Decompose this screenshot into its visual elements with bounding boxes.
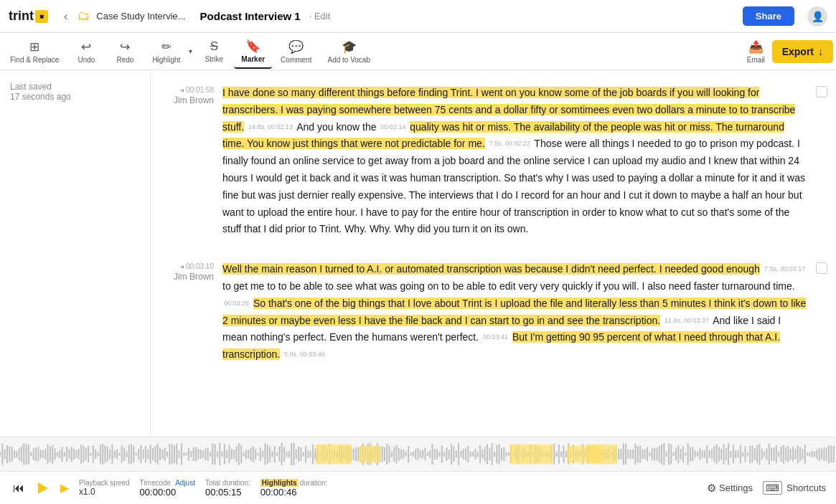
timecode-section: Timecode Adjust 00:00:00 <box>140 479 195 498</box>
highlight-span-2a: Well the main reason I turned to A.I. or… <box>222 263 760 275</box>
folder-icon: 🗂 <box>78 9 90 24</box>
email-button[interactable]: 📤 Email <box>740 35 772 68</box>
export-button[interactable]: Export ↓ <box>772 40 833 63</box>
breadcrumb: Case Study Intervie... <box>96 11 185 22</box>
svg-rect-352 <box>359 446 380 463</box>
play-button[interactable] <box>32 477 53 499</box>
marker-button[interactable]: 🔖 Marker <box>234 34 272 69</box>
duration-value: 00:05:15 <box>205 487 250 498</box>
adjust-button[interactable]: Adjust <box>175 479 195 487</box>
segment-1-checkbox[interactable] <box>816 86 827 98</box>
highlight-group: ✏ Highlight ▾ <box>145 35 194 68</box>
highlights-label-row: Highlights duration: <box>260 479 328 487</box>
speed-section: Playback speed x1.0 <box>79 479 130 497</box>
add-vocab-button[interactable]: 🎓 Add to Vocab <box>320 35 377 68</box>
email-icon: 📤 <box>748 39 764 54</box>
timecode-1: ◂ 00:01:58 <box>165 86 214 94</box>
undo-button[interactable]: ↩ Undo <box>67 35 105 68</box>
strike-button[interactable]: S Strike <box>195 35 233 67</box>
highlight-icon: ✏ <box>161 39 172 54</box>
main: Last saved 17 seconds ago ◂ 00:01:58 Jim… <box>0 70 836 437</box>
bottom-bar: ⏮ ▶ Playback speed x1.0 Timecode Adjust … <box>0 471 836 504</box>
text-plain-2a: to get me to to be able to see what was … <box>222 280 795 292</box>
add-vocab-icon: 🎓 <box>342 39 357 54</box>
find-replace-button[interactable]: ⊞ Find & Replace <box>3 35 66 68</box>
marker-label: Marker <box>241 55 265 63</box>
comment-icon: 💬 <box>288 39 304 54</box>
svg-rect-351 <box>316 444 352 464</box>
inline-timecode: 00:02:14 <box>380 122 405 133</box>
logo-text: trint <box>9 9 34 24</box>
svg-rect-353 <box>509 444 553 464</box>
highlight-chevron[interactable]: ▾ <box>187 47 194 55</box>
segment-1-content: ◂ 00:01:58 Jim Brown I have done so many… <box>165 85 807 238</box>
timecode-label: Timecode <box>140 479 172 487</box>
playback-controls: ⏮ ▶ Playback speed x1.0 <box>10 477 130 499</box>
speaker-name-2: Jim Brown <box>165 272 214 282</box>
email-label: Email <box>747 56 765 64</box>
duration-label: Total duration: <box>205 479 250 487</box>
segment-2-content: ◂ 00:03:10 Jim Brown Well the main reaso… <box>165 261 807 363</box>
text-col-1[interactable]: I have done so many different things bef… <box>222 85 807 238</box>
segment-1: ◂ 00:01:58 Jim Brown I have done so many… <box>165 85 807 238</box>
export-area: 📤 Email Export ↓ <box>740 35 833 68</box>
editor[interactable]: ◂ 00:01:58 Jim Brown I have done so many… <box>151 70 836 437</box>
highlight-label: Highlight <box>152 56 180 64</box>
rewind-button[interactable]: ⏮ <box>10 480 27 496</box>
edit-button[interactable]: · Edit <box>309 11 331 22</box>
keyboard-icon: ⌨ <box>763 481 782 495</box>
saved-time: 17 seconds ago <box>10 92 140 102</box>
text-col-2[interactable]: Well the main reason I turned to A.I. or… <box>222 261 807 363</box>
inline-timecode-2e: 5.0s, 00:03:46 <box>284 349 325 360</box>
toolbar: ⊞ Find & Replace ↩ Undo ↪ Redo ✏ Highlig… <box>0 33 836 70</box>
playback-label: Playback speed <box>79 479 130 487</box>
inline-timecode-2b: 00:03:26 <box>224 298 249 309</box>
segment-2: ◂ 00:03:10 Jim Brown Well the main reaso… <box>165 261 807 363</box>
gear-icon: ⚙ <box>707 482 716 495</box>
back-button[interactable]: ‹ <box>60 9 72 24</box>
export-label: Export <box>782 46 814 57</box>
segment-2-checkbox[interactable] <box>816 262 827 274</box>
sidebar: Last saved 17 seconds ago <box>0 70 151 437</box>
find-replace-icon: ⊞ <box>29 39 39 54</box>
inline-timecode: 14.8s, 00:02:13 <box>248 122 293 133</box>
timecode-label-row: Timecode Adjust <box>140 479 195 487</box>
comment-label: Comment <box>281 56 311 64</box>
text-plain: And you know the <box>296 121 379 133</box>
text-plain-2: Those were all things I needed to go to … <box>222 138 805 234</box>
inline-timecode-2a: 7.3a, 00:03:17 <box>764 264 806 275</box>
header: trint ■ ‹ 🗂 Case Study Intervie... Podca… <box>0 0 836 33</box>
strike-label: Strike <box>205 55 224 63</box>
share-button[interactable]: Share <box>743 6 794 26</box>
duration-section: Total duration: 00:05:15 <box>205 479 250 498</box>
redo-icon: ↪ <box>120 39 130 54</box>
logo: trint ■ <box>9 9 48 24</box>
forward-button[interactable]: ▶ <box>57 480 72 496</box>
comment-button[interactable]: 💬 Comment <box>273 35 319 68</box>
marker-icon: 🔖 <box>245 39 260 54</box>
logo-icon: ■ <box>35 10 48 23</box>
playback-val: x1.0 <box>79 487 130 497</box>
settings-label: Settings <box>719 482 753 493</box>
inline-timecode-2d: 00:03:41 <box>483 332 508 343</box>
undo-label: Undo <box>78 56 95 64</box>
highlights-value: 00:00:46 <box>260 487 328 498</box>
svg-rect-355 <box>588 444 617 464</box>
highlight-button[interactable]: ✏ Highlight <box>145 35 187 68</box>
redo-button[interactable]: ↪ Redo <box>106 35 144 68</box>
play-icon <box>38 482 48 494</box>
highlights-section: Highlights duration: 00:00:46 <box>260 479 328 498</box>
settings-button[interactable]: ⚙ Settings <box>707 482 753 495</box>
download-icon: ↓ <box>818 46 823 57</box>
shortcuts-button[interactable]: ⌨ Shortcuts <box>763 481 826 495</box>
right-controls: ⚙ Settings ⌨ Shortcuts <box>707 481 826 495</box>
undo-icon: ↩ <box>81 39 91 54</box>
speaker-name-1: Jim Brown <box>165 95 214 105</box>
find-replace-label: Find & Replace <box>10 56 59 64</box>
speaker-1: ◂ 00:01:58 Jim Brown <box>165 85 222 238</box>
waveform[interactable] <box>0 437 836 471</box>
user-avatar[interactable]: 👤 <box>807 6 827 27</box>
speaker-2: ◂ 00:03:10 Jim Brown <box>165 261 222 363</box>
timecode-2: ◂ 00:03:10 <box>165 262 214 270</box>
add-vocab-label: Add to Vocab <box>327 56 370 64</box>
